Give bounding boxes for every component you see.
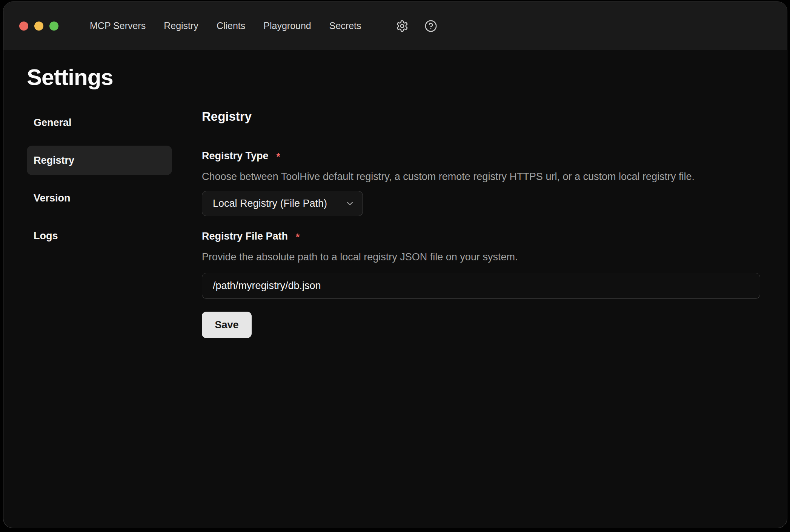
nav-item-secrets[interactable]: Secrets xyxy=(329,20,361,31)
registry-type-select[interactable]: Local Registry (File Path) xyxy=(202,191,363,216)
section-title: Registry xyxy=(202,109,787,124)
top-navigation: MCP Servers Registry Clients Playground … xyxy=(90,20,361,31)
settings-page: Settings General Registry Version Logs R… xyxy=(3,50,787,338)
registry-settings-panel: Registry Registry Type * Choose between … xyxy=(202,108,787,338)
save-button[interactable]: Save xyxy=(202,312,252,338)
registry-file-path-input[interactable] xyxy=(202,273,760,299)
registry-type-label-text: Registry Type xyxy=(202,150,269,162)
nav-item-clients[interactable]: Clients xyxy=(217,20,245,31)
registry-file-path-label-text: Registry File Path xyxy=(202,231,288,242)
registry-type-description: Choose between ToolHive default registry… xyxy=(202,171,787,183)
traffic-lights xyxy=(19,22,58,31)
nav-item-mcp-servers[interactable]: MCP Servers xyxy=(90,20,146,31)
close-window-button[interactable] xyxy=(19,22,28,31)
zoom-window-button[interactable] xyxy=(49,22,58,31)
nav-item-registry[interactable]: Registry xyxy=(164,20,198,31)
registry-type-selected-value: Local Registry (File Path) xyxy=(213,198,327,209)
titlebar: MCP Servers Registry Clients Playground … xyxy=(3,2,787,50)
header-divider xyxy=(383,11,383,41)
settings-sidebar: General Registry Version Logs xyxy=(27,108,172,251)
gear-icon[interactable] xyxy=(396,20,409,32)
sidebar-item-logs[interactable]: Logs xyxy=(27,221,172,251)
registry-file-path-label: Registry File Path * xyxy=(202,231,787,243)
chevron-down-icon xyxy=(345,198,355,209)
app-window: MCP Servers Registry Clients Playground … xyxy=(3,2,787,528)
required-asterisk: * xyxy=(277,150,280,163)
page-title: Settings xyxy=(27,65,787,90)
minimize-window-button[interactable] xyxy=(34,22,43,31)
nav-item-playground[interactable]: Playground xyxy=(263,20,311,31)
header-icons xyxy=(396,20,437,32)
sidebar-item-version[interactable]: Version xyxy=(27,183,172,213)
sidebar-item-general[interactable]: General xyxy=(27,108,172,137)
required-asterisk: * xyxy=(296,231,300,243)
registry-type-label: Registry Type * xyxy=(202,150,787,163)
sidebar-item-registry[interactable]: Registry xyxy=(27,146,172,175)
registry-file-path-description: Provide the absolute path to a local reg… xyxy=(202,251,787,263)
help-icon[interactable] xyxy=(424,20,437,32)
